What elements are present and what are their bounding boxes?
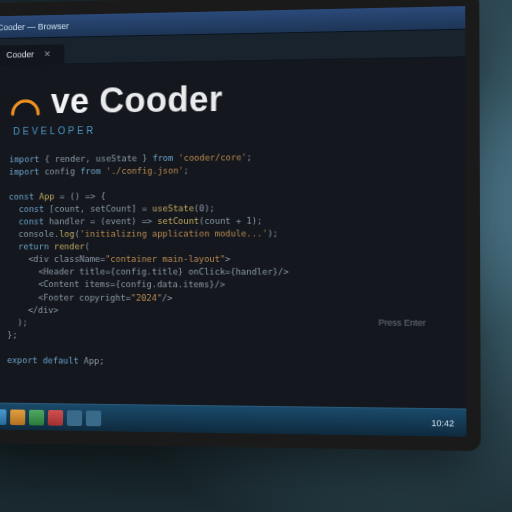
brand-part1: ve (51, 81, 90, 121)
taskbar-app-icon[interactable] (86, 410, 101, 426)
close-icon[interactable]: ✕ (43, 49, 51, 59)
taskbar-app-icon[interactable] (29, 409, 44, 425)
brand-text: ve Cooder (51, 79, 223, 122)
hint-text: Press Enter (378, 318, 425, 328)
taskbar-app-icon[interactable] (10, 409, 25, 425)
laptop-frame: Cooder — Browser Cooder ✕ ve Cooder DEVE… (0, 0, 512, 512)
brand-row: ve Cooder (9, 75, 443, 122)
logo-arc-icon (9, 89, 41, 122)
code-block: import { render, useState } from 'cooder… (7, 150, 444, 371)
taskbar-spacer (105, 418, 427, 423)
taskbar-clock[interactable]: 10:42 (431, 418, 460, 428)
brand-subtitle: DEVELOPER (9, 121, 443, 137)
screen: Cooder — Browser Cooder ✕ ve Cooder DEVE… (0, 0, 481, 451)
taskbar-app-icon[interactable] (67, 410, 82, 426)
tab-label: Cooder (6, 50, 34, 60)
window-title: Cooder — Browser (0, 21, 69, 32)
taskbar-start-icon[interactable] (0, 409, 6, 425)
page-content: ve Cooder DEVELOPER import { render, use… (0, 57, 466, 408)
taskbar-app-icon[interactable] (48, 409, 63, 425)
brand-part2: Cooder (99, 79, 223, 120)
tab-cooder[interactable]: Cooder ✕ (0, 44, 64, 64)
